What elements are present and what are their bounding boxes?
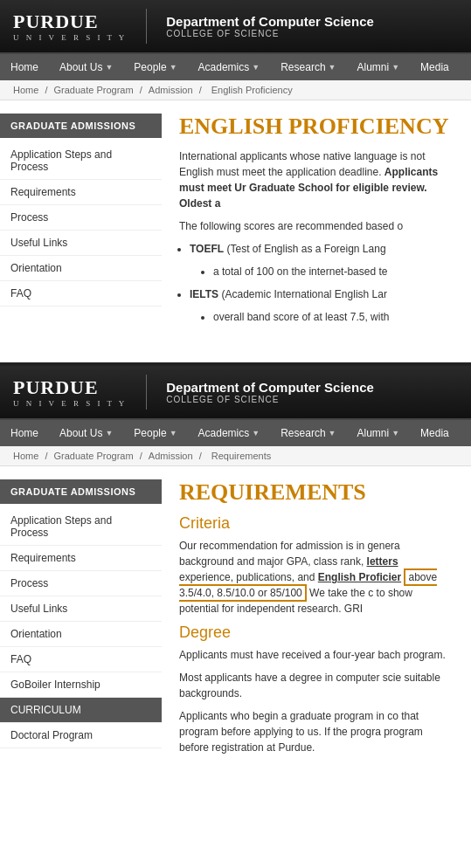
nav-media-2[interactable]: Media bbox=[410, 420, 460, 446]
site-header-1: PURDUE U N I V E R S I T Y Department of… bbox=[0, 0, 471, 54]
breadcrumb-admission-1[interactable]: Admission bbox=[149, 85, 193, 95]
logo-divider-1 bbox=[146, 9, 147, 44]
nav-alumni-arrow-1: ▼ bbox=[391, 63, 399, 72]
nav-alumni-2[interactable]: Alumni ▼ bbox=[346, 420, 410, 446]
nav-research-arrow-1: ▼ bbox=[329, 63, 336, 72]
dept-sub-2: COLLEGE OF SCIENCE bbox=[166, 395, 374, 404]
nav-research-1[interactable]: Research ▼ bbox=[270, 54, 346, 80]
sidebar-item-process-1[interactable]: Process bbox=[0, 205, 162, 231]
sub-bullet-ielts: overall band score of at least 7.5, with bbox=[200, 309, 454, 325]
breadcrumb-sep-2b: / bbox=[140, 451, 145, 461]
sidebar-item-process-2[interactable]: Process bbox=[0, 571, 162, 596]
degree-text-1: Applicants must have received a four-yea… bbox=[179, 647, 454, 663]
content-para-1-2: The following scores are recommended bas… bbox=[179, 218, 454, 234]
bullet-toefl: TOEFL (Test of English as a Foreign Lang… bbox=[190, 241, 454, 279]
sidebar-item-orientation-1[interactable]: Orientation bbox=[0, 256, 162, 281]
dept-info-1: Department of Computer Science COLLEGE O… bbox=[166, 14, 374, 38]
sidebar-item-requirements-1[interactable]: Requirements bbox=[0, 180, 162, 205]
breadcrumb-home-2[interactable]: Home bbox=[13, 451, 38, 461]
page-title-1: ENGLISH PROFICIENCY bbox=[179, 114, 454, 140]
nav-people-1[interactable]: People ▼ bbox=[123, 54, 187, 80]
breadcrumb-admission-2[interactable]: Admission bbox=[149, 451, 193, 461]
nav-people-arrow-2: ▼ bbox=[170, 429, 177, 437]
dept-sub-1: COLLEGE OF SCIENCE bbox=[166, 29, 374, 38]
purdue-logo-2: PURDUE U N I V E R S I T Y bbox=[13, 376, 127, 408]
site-header-2: PURDUE U N I V E R S I T Y Department of… bbox=[0, 366, 471, 420]
logo-area-1: PURDUE U N I V E R S I T Y Department of… bbox=[13, 9, 374, 44]
sidebar-2: GRADUATE ADMISSIONS Application Steps an… bbox=[0, 466, 162, 775]
nav-bar-1: Home About Us ▼ People ▼ Academics ▼ Res… bbox=[0, 54, 471, 80]
criteria-text: Our recommendation for admission is in g… bbox=[179, 538, 454, 617]
breadcrumb-2: Home / Graduate Program / Admission / Re… bbox=[0, 446, 471, 466]
breadcrumb-sep-2c: / bbox=[199, 451, 204, 461]
breadcrumb-home-1[interactable]: Home bbox=[13, 85, 38, 95]
nav-about-1[interactable]: About Us ▼ bbox=[49, 54, 123, 80]
breadcrumb-sep-3: / bbox=[199, 85, 204, 95]
sidebar-item-faq-2[interactable]: FAQ bbox=[0, 647, 162, 672]
logo-university-text-2: U N I V E R S I T Y bbox=[13, 399, 127, 408]
sidebar-item-goboiler[interactable]: GoBoiler Internship bbox=[0, 672, 162, 698]
nav-bar-2: Home About Us ▼ People ▼ Academics ▼ Res… bbox=[0, 420, 471, 446]
nav-alumni-1[interactable]: Alumni ▼ bbox=[346, 54, 410, 80]
nav-home-1[interactable]: Home bbox=[0, 54, 49, 80]
bullet-ielts: IELTS (Academic International English La… bbox=[190, 286, 454, 325]
nav-about-arrow-2: ▼ bbox=[105, 429, 113, 437]
breadcrumb-sep-2: / bbox=[140, 85, 145, 95]
sidebar-item-faq-1[interactable]: FAQ bbox=[0, 281, 162, 307]
toefl-label: TOEFL bbox=[190, 243, 224, 255]
sidebar-1: GRADUATE ADMISSIONS Application Steps an… bbox=[0, 100, 162, 362]
nav-alumni-arrow-2: ▼ bbox=[391, 429, 399, 437]
nav-people-2[interactable]: People ▼ bbox=[123, 420, 187, 446]
dept-name-1: Department of Computer Science bbox=[166, 14, 374, 29]
ielts-label: IELTS bbox=[190, 288, 218, 300]
sidebar-item-useful-links-2[interactable]: Useful Links bbox=[0, 596, 162, 622]
nav-media-1[interactable]: Media bbox=[410, 54, 460, 80]
nav-about-2[interactable]: About Us ▼ bbox=[49, 420, 123, 446]
bold-text-1: Applicants must meet Ur Graduate School … bbox=[179, 166, 438, 210]
page-title-2: REQUIREMENTS bbox=[179, 479, 454, 506]
degree-text-2: Most applicants have a degree in compute… bbox=[179, 670, 454, 701]
sidebar-item-requirements-2[interactable]: Requirements bbox=[0, 546, 162, 571]
nav-research-arrow-2: ▼ bbox=[329, 429, 336, 437]
breadcrumb-sep-1: / bbox=[45, 85, 50, 95]
dept-info-2: Department of Computer Science COLLEGE O… bbox=[166, 380, 374, 404]
nav-academics-arrow-2: ▼ bbox=[252, 429, 260, 437]
breadcrumb-grad-1[interactable]: Graduate Program bbox=[54, 85, 134, 95]
bullet-list-1: TOEFL (Test of English as a Foreign Lang… bbox=[190, 241, 454, 325]
page-content-2: GRADUATE ADMISSIONS Application Steps an… bbox=[0, 466, 471, 775]
content-para-1-1: International applicants whose native la… bbox=[179, 148, 454, 211]
breadcrumb-current-2: Requirements bbox=[211, 451, 271, 461]
nav-people-arrow-1: ▼ bbox=[170, 63, 177, 72]
sub-bullet-toefl-1: a total of 100 on the internet-based te bbox=[213, 264, 454, 279]
main-area-1: ENGLISH PROFICIENCY International applic… bbox=[162, 100, 471, 362]
sidebar-item-app-steps-1[interactable]: Application Steps and Process bbox=[0, 142, 162, 180]
page-content-1: GRADUATE ADMISSIONS Application Steps an… bbox=[0, 100, 471, 362]
nav-research-2[interactable]: Research ▼ bbox=[270, 420, 346, 446]
criteria-title: Criteria bbox=[179, 514, 454, 533]
logo-purdue-text-2: PURDUE bbox=[13, 376, 127, 399]
degree-title: Degree bbox=[179, 623, 454, 642]
logo-purdue-text-1: PURDUE bbox=[13, 10, 127, 33]
sidebar-item-doctoral[interactable]: Doctoral Program bbox=[0, 723, 162, 748]
purdue-logo-1: PURDUE U N I V E R S I T Y bbox=[13, 10, 127, 42]
breadcrumb-sep-2a: / bbox=[45, 451, 50, 461]
breadcrumb-current-1: English Proficiency bbox=[211, 85, 293, 95]
sidebar-item-curriculum[interactable]: CURRICULUM bbox=[0, 698, 162, 723]
main-area-2: REQUIREMENTS Criteria Our recommendation… bbox=[162, 466, 471, 775]
nav-academics-arrow-1: ▼ bbox=[252, 63, 260, 72]
sub-bullet-ielts-1: overall band score of at least 7.5, with bbox=[213, 309, 454, 325]
sidebar-item-useful-links-1[interactable]: Useful Links bbox=[0, 231, 162, 256]
sidebar-header-1: GRADUATE ADMISSIONS bbox=[0, 114, 162, 138]
nav-about-arrow-1: ▼ bbox=[105, 63, 113, 72]
nav-academics-1[interactable]: Academics ▼ bbox=[188, 54, 271, 80]
breadcrumb-grad-2[interactable]: Graduate Program bbox=[54, 451, 134, 461]
breadcrumb-1: Home / Graduate Program / Admission / En… bbox=[0, 80, 471, 100]
nav-home-2[interactable]: Home bbox=[0, 420, 49, 446]
sidebar-item-app-steps-2[interactable]: Application Steps and Process bbox=[0, 508, 162, 546]
nav-academics-2[interactable]: Academics ▼ bbox=[188, 420, 271, 446]
dept-name-2: Department of Computer Science bbox=[166, 380, 374, 395]
sidebar-item-orientation-2[interactable]: Orientation bbox=[0, 622, 162, 647]
logo-divider-2 bbox=[146, 375, 147, 410]
english-proficiency-link[interactable]: English Proficier bbox=[318, 571, 401, 583]
letters-link[interactable]: letters bbox=[367, 555, 398, 568]
